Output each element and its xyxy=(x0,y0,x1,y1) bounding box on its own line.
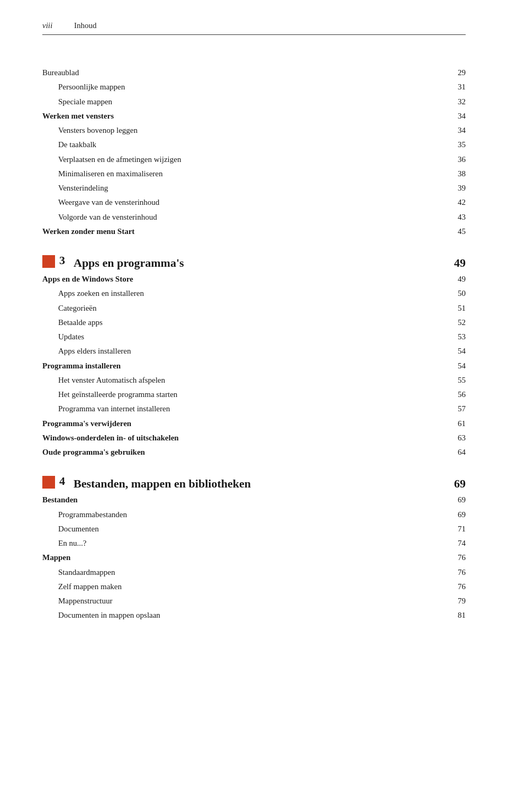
toc-entry: Updates53 xyxy=(42,331,466,343)
toc-entry-page: 39 xyxy=(444,182,466,194)
toc-entry-page: 53 xyxy=(444,331,466,343)
toc-entry-page: 42 xyxy=(444,196,466,209)
toc-entry-title: Het venster Automatisch afspelen xyxy=(58,374,444,386)
toc-entry-title: Apps en de Windows Store xyxy=(42,273,444,285)
page-number-roman: viii xyxy=(42,21,64,30)
toc-entry-page: 49 xyxy=(444,273,466,285)
toc-entry-page: 76 xyxy=(444,552,466,564)
toc-entry-page: 32 xyxy=(444,96,466,108)
toc-entry-title: En nu...? xyxy=(58,537,444,549)
toc-entry-title: Speciale mappen xyxy=(58,96,444,108)
toc-entry-title: Bestanden xyxy=(42,494,444,506)
toc-entry-page: 50 xyxy=(444,287,466,300)
toc-entry: En nu...?74 xyxy=(42,537,466,549)
toc-entry-title: Volgorde van de vensterinhoud xyxy=(58,211,444,223)
toc-entry-title: Betaalde apps xyxy=(58,317,444,329)
toc-entry-title: Standaardmappen xyxy=(58,566,444,579)
toc-entry-title: Het geïnstalleerde programma starten xyxy=(58,389,444,401)
toc-entry-page: 57 xyxy=(444,403,466,415)
chapter-title: Apps en programma's xyxy=(74,256,444,270)
chapter-page: 49 xyxy=(444,256,466,270)
toc-entry-page: 61 xyxy=(444,418,466,430)
toc-entry: Persoonlijke mappen31 xyxy=(42,81,466,93)
toc-entry-title: Apps elders installeren xyxy=(58,345,444,357)
toc-entry-title: Documenten xyxy=(58,523,444,535)
toc-entry: Apps zoeken en installeren50 xyxy=(42,287,466,300)
toc-entry: Vensters bovenop leggen34 xyxy=(42,124,466,137)
toc-entry-title: Updates xyxy=(58,331,444,343)
toc-entry-title: Oude programma's gebruiken xyxy=(42,446,444,458)
toc-entry: Betaalde apps52 xyxy=(42,317,466,329)
toc-entry: Categorieën51 xyxy=(42,302,466,314)
toc-entry-page: 31 xyxy=(444,81,466,93)
page-header: viii Inhoud xyxy=(42,21,466,35)
toc-entry-title: Verplaatsen en de afmetingen wijzigen xyxy=(58,154,444,166)
toc-entry: De taakbalk35 xyxy=(42,139,466,151)
chapter-number-block: 4 xyxy=(42,474,68,488)
toc-entry-page: 71 xyxy=(444,523,466,535)
toc-entry-title: Werken zonder menu Start xyxy=(42,225,444,238)
toc-entry-title: Mappenstructuur xyxy=(58,595,444,607)
toc-entry: Bureaublad29 xyxy=(42,67,466,79)
toc-entry: Apps elders installeren54 xyxy=(42,345,466,357)
toc-entry-title: Mappen xyxy=(42,552,444,564)
toc-entry-title: Weergave van de vensterinhoud xyxy=(58,196,444,209)
toc-entry: Mappen76 xyxy=(42,552,466,564)
toc-entry-page: 55 xyxy=(444,374,466,386)
toc-entry: Volgorde van de vensterinhoud43 xyxy=(42,211,466,223)
toc-entry-title: Programmabestanden xyxy=(58,509,444,521)
toc-entry: Zelf mappen maken76 xyxy=(42,581,466,593)
toc-entry-page: 81 xyxy=(444,609,466,621)
toc-entry-page: 64 xyxy=(444,446,466,458)
toc-entry-page: 38 xyxy=(444,168,466,180)
toc-entry-page: 56 xyxy=(444,389,466,401)
toc-entry-title: Vensters bovenop leggen xyxy=(58,124,444,137)
toc-entry-page: 34 xyxy=(444,124,466,137)
toc-entry-title: Programma van internet installeren xyxy=(58,403,444,415)
toc-entry-page: 76 xyxy=(444,566,466,579)
toc-entry-page: 74 xyxy=(444,537,466,549)
toc-entry-title: Werken met vensters xyxy=(42,110,444,122)
toc-entry-title: Vensterindeling xyxy=(58,182,444,194)
toc-entry-page: 69 xyxy=(444,509,466,521)
page-header-title: Inhoud xyxy=(74,21,97,30)
toc-entry: Werken met vensters34 xyxy=(42,110,466,122)
toc-entry: Mappenstructuur79 xyxy=(42,595,466,607)
toc-entry: Het venster Automatisch afspelen55 xyxy=(42,374,466,386)
toc-entry-page: 51 xyxy=(444,302,466,314)
toc-entry: Programma installeren54 xyxy=(42,360,466,372)
chapter-heading: 3Apps en programma's49 xyxy=(42,254,466,270)
chapter-number: 4 xyxy=(59,474,65,488)
toc-entry: Vensterindeling39 xyxy=(42,182,466,194)
toc-entry: Oude programma's gebruiken64 xyxy=(42,446,466,458)
toc-entry: Verplaatsen en de afmetingen wijzigen36 xyxy=(42,154,466,166)
chapter-color-indicator xyxy=(42,255,55,268)
toc-entry-page: 76 xyxy=(444,581,466,593)
toc-entry: Werken zonder menu Start45 xyxy=(42,225,466,238)
toc-entry-page: 52 xyxy=(444,317,466,329)
toc-entry: Programma's verwijderen61 xyxy=(42,418,466,430)
toc-entry-page: 34 xyxy=(444,110,466,122)
toc-entry: Standaardmappen76 xyxy=(42,566,466,579)
toc-entry-title: Minimaliseren en maximaliseren xyxy=(58,168,444,180)
toc-entry-page: 43 xyxy=(444,211,466,223)
chapter-sections: Bestanden69Programmabestanden69Documente… xyxy=(42,494,466,621)
toc-entry-page: 36 xyxy=(444,154,466,166)
toc-entry-page: 35 xyxy=(444,139,466,151)
chapter-number: 3 xyxy=(59,254,65,267)
toc-entry: Documenten71 xyxy=(42,523,466,535)
toc-entry: Speciale mappen32 xyxy=(42,96,466,108)
chapters-container: 3Apps en programma's49Apps en de Windows… xyxy=(42,254,466,622)
toc-entry: Weergave van de vensterinhoud42 xyxy=(42,196,466,209)
toc-entry-title: Programma's verwijderen xyxy=(42,418,444,430)
toc-entry-page: 45 xyxy=(444,225,466,238)
toc-entry-title: Programma installeren xyxy=(42,360,444,372)
toc-entry-title: Documenten in mappen opslaan xyxy=(58,609,444,621)
toc-entry: Bestanden69 xyxy=(42,494,466,506)
toc-entry-page: 69 xyxy=(444,494,466,506)
toc-entry: Programma van internet installeren57 xyxy=(42,403,466,415)
toc-entry-page: 29 xyxy=(444,67,466,79)
toc-entry: Het geïnstalleerde programma starten56 xyxy=(42,389,466,401)
toc-entry-title: De taakbalk xyxy=(58,139,444,151)
chapter-number-block: 3 xyxy=(42,254,68,267)
